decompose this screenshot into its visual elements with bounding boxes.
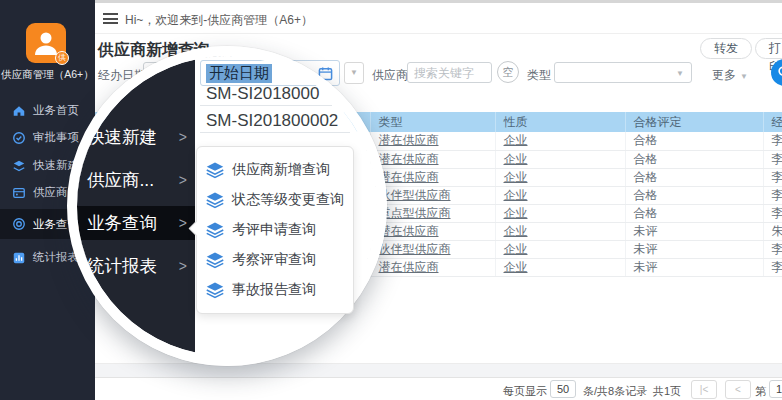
cell-nature[interactable]: 企业 bbox=[495, 240, 625, 258]
chevron-right-icon: > bbox=[179, 249, 187, 283]
sidebar-item-label: 供应商.. bbox=[33, 185, 74, 200]
cell-nature[interactable]: 企业 bbox=[495, 186, 625, 204]
chevron-right-icon: > bbox=[179, 120, 187, 154]
magnified-date-input[interactable]: 开始日期 bbox=[200, 60, 340, 86]
lens-item-business-query[interactable]: 业务查询 > bbox=[77, 206, 195, 240]
search-icon bbox=[777, 65, 782, 80]
supplier-filter-label: 供应商 bbox=[372, 67, 408, 84]
calendar-icon bbox=[318, 66, 333, 81]
col-type: 类型 bbox=[370, 112, 495, 132]
query-submenu: 供应商新增查询 状态等级变更查询 考评申请查询 考察评审查询 事故报告查询 bbox=[196, 146, 354, 314]
cell-nature[interactable]: 企业 bbox=[495, 168, 625, 186]
cell-eval: 合格 bbox=[625, 168, 763, 186]
submenu-item-label: 考察评审查询 bbox=[232, 251, 316, 269]
target-icon bbox=[12, 217, 26, 231]
col-nature: 性质 bbox=[495, 112, 625, 132]
cell-handler: 朱 bbox=[763, 222, 782, 240]
more-label: 更多 bbox=[712, 68, 736, 82]
magnified-record-id: SM-SI201800002 bbox=[206, 111, 338, 131]
first-page-button[interactable]: |< bbox=[691, 380, 717, 399]
cell-handler: 李 bbox=[763, 204, 782, 222]
card-icon bbox=[12, 186, 26, 200]
layers-icon bbox=[206, 161, 224, 179]
sidebar-item-approvals[interactable]: 审批事项 bbox=[0, 124, 95, 151]
chevron-down-icon: ▼ bbox=[350, 68, 358, 77]
supplier-search-input[interactable] bbox=[407, 62, 492, 83]
submenu-item-status-change-query[interactable]: 状态等级变更查询 bbox=[206, 185, 344, 215]
date-filter-label: 经办日期 bbox=[98, 67, 146, 84]
chevron-down-icon: ▼ bbox=[740, 72, 748, 81]
cell-type[interactable]: 伙伴型供应商 bbox=[370, 186, 495, 204]
sidebar-item-label: 审批事项 bbox=[33, 130, 79, 145]
cell-type[interactable]: 伙伴型供应商 bbox=[370, 240, 495, 258]
records-label: 条/共8条记录 bbox=[583, 384, 647, 399]
empty-filter-button[interactable]: 空 bbox=[497, 61, 519, 83]
cell-nature[interactable]: 企业 bbox=[495, 132, 625, 150]
col-eval: 合格评定 bbox=[625, 112, 763, 132]
total-pages-label: 共1页 bbox=[653, 384, 681, 399]
sidebar-item-label: 业务查询 bbox=[33, 217, 79, 232]
cell-eval: 合格 bbox=[625, 150, 763, 168]
cell-handler: 李 bbox=[763, 150, 782, 168]
cell-type[interactable]: 潜在供应商 bbox=[370, 258, 495, 276]
app-name: 供应商管理（A6+） bbox=[0, 68, 95, 82]
layers-icon bbox=[12, 159, 26, 173]
submenu-item-review-query[interactable]: 考察评审查询 bbox=[206, 245, 344, 275]
per-page-input[interactable] bbox=[550, 380, 576, 398]
page-title: 供应商新增查询 bbox=[98, 40, 210, 61]
cell-type[interactable]: 潜在供应商 bbox=[370, 132, 495, 150]
header-divider bbox=[95, 33, 782, 34]
cell-nature[interactable]: 企业 bbox=[495, 150, 625, 168]
chevron-right-icon: > bbox=[179, 163, 187, 197]
cell-handler: 李 bbox=[763, 186, 782, 204]
date-dropdown-button[interactable]: ▼ bbox=[344, 62, 364, 84]
row-separator bbox=[200, 132, 350, 133]
lens-item-label: 供应商... bbox=[77, 170, 154, 190]
logo-badge: 供 bbox=[55, 51, 69, 65]
cell-type[interactable]: 潜在供应商 bbox=[370, 150, 495, 168]
cell-handler: 李 bbox=[763, 132, 782, 150]
layers-icon bbox=[206, 221, 224, 239]
layers-icon bbox=[206, 251, 224, 269]
submenu-item-label: 状态等级变更查询 bbox=[232, 191, 344, 209]
print-button[interactable]: 打印 bbox=[755, 38, 782, 59]
cell-type[interactable]: 潜在供应商 bbox=[370, 168, 495, 186]
approval-icon bbox=[12, 131, 26, 145]
cell-nature[interactable]: 企业 bbox=[495, 204, 625, 222]
sidebar-item-home[interactable]: 业务首页 bbox=[0, 97, 95, 124]
prev-page-button[interactable]: < bbox=[725, 380, 751, 399]
submenu-item-incident-report-query[interactable]: 事故报告查询 bbox=[206, 275, 344, 305]
page-number-input[interactable] bbox=[769, 380, 782, 398]
cell-type[interactable]: 重点型供应商 bbox=[370, 204, 495, 222]
submenu-item-label: 事故报告查询 bbox=[232, 281, 316, 299]
cell-type[interactable]: 潜在供应商 bbox=[370, 222, 495, 240]
more-filters-toggle[interactable]: 更多▼ bbox=[712, 67, 748, 84]
cell-eval: 未评 bbox=[625, 258, 763, 276]
sidebar-item-label: 业务首页 bbox=[33, 103, 79, 118]
greeting-text: Hi~，欢迎来到-供应商管理（A6+） bbox=[125, 12, 313, 29]
cell-nature[interactable]: 企业 bbox=[495, 222, 625, 240]
top-strip bbox=[95, 0, 782, 3]
submenu-item-eval-apply-query[interactable]: 考评申请查询 bbox=[206, 215, 344, 245]
cell-eval: 合格 bbox=[625, 132, 763, 150]
layers-icon bbox=[206, 191, 224, 209]
footer-band bbox=[95, 363, 782, 377]
app-logo: 供 bbox=[26, 23, 66, 63]
page-prefix-label: 第 bbox=[755, 384, 766, 399]
chevron-right-icon: > bbox=[179, 206, 187, 240]
cell-nature[interactable]: 企业 bbox=[495, 258, 625, 276]
submenu-item-new-supplier-query[interactable]: 供应商新增查询 bbox=[206, 155, 344, 185]
sidebar-item-label: 快速新建 bbox=[33, 158, 79, 173]
chevron-down-icon: ▼ bbox=[676, 69, 684, 78]
sidebar-item-reports[interactable]: 统计报表 bbox=[0, 244, 95, 271]
cell-handler: 李 bbox=[763, 258, 782, 276]
col-handler: 经办人 bbox=[763, 112, 782, 132]
type-select[interactable]: ▼ bbox=[554, 62, 692, 83]
hamburger-menu-icon[interactable] bbox=[103, 13, 118, 24]
submenu-item-label: 供应商新增查询 bbox=[232, 161, 330, 179]
forward-button[interactable]: 转发 bbox=[700, 38, 752, 59]
lens-item-reports[interactable]: 统计报表 > bbox=[77, 249, 195, 283]
type-filter-label: 类型 bbox=[527, 67, 551, 84]
cell-handler: 李 bbox=[763, 240, 782, 258]
lens-item-supplier[interactable]: 供应商... > bbox=[77, 163, 195, 197]
